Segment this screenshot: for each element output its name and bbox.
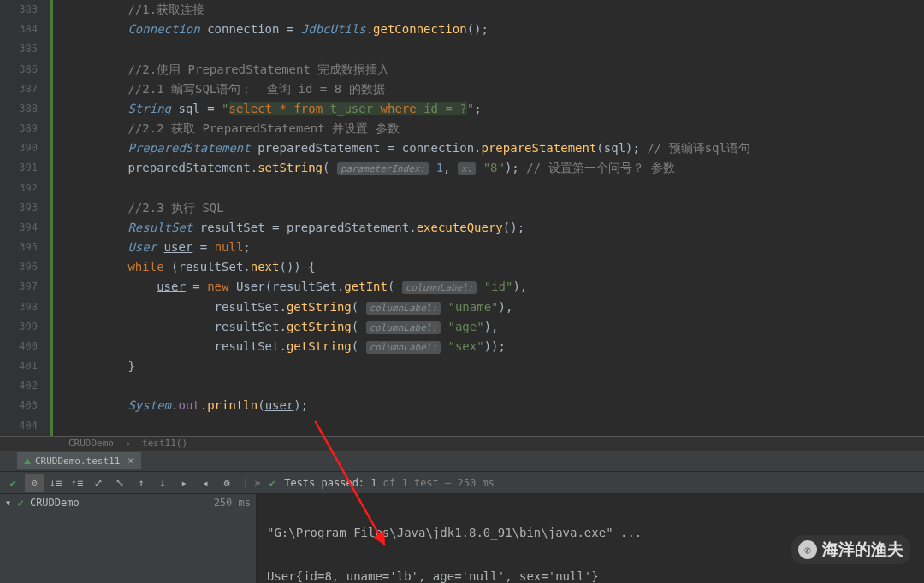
line-number: 387: [0, 80, 38, 99]
run-toolbar: ✔ ⊘ ↓≡ ↑≡ ⤢ ⤡ ↑ ↓ ▸ ◂ ⚙ | » ✔ Tests pass…: [0, 472, 924, 494]
line-number: 385: [0, 39, 38, 59]
code-line[interactable]: String sql = "select * from t_user where…: [70, 99, 924, 119]
sort-down-icon[interactable]: ↓≡: [46, 474, 65, 492]
line-number: 394: [0, 218, 38, 238]
run-tab-bar: CRUDDemo.test11 ×: [0, 450, 924, 472]
line-number: 398: [0, 297, 38, 317]
code-line[interactable]: //2.使用 PreparedStatement 完成数据插入: [70, 60, 924, 80]
line-number: 397: [0, 277, 38, 297]
run-icon: [24, 458, 31, 464]
export-icon[interactable]: ▸: [175, 474, 193, 492]
collapse-icon[interactable]: ⤡: [110, 474, 129, 492]
line-number: 401: [0, 356, 38, 376]
test-tree[interactable]: ▾ ✔ CRUDDemo 250 ms: [0, 494, 257, 583]
code-line[interactable]: //1.获取连接: [70, 0, 924, 20]
line-number: 386: [0, 60, 38, 80]
code-content[interactable]: //1.获取连接 Connection connection = JdbcUti…: [53, 0, 924, 436]
line-number: 392: [0, 179, 38, 198]
line-number: 403: [0, 396, 38, 415]
line-number: 393: [0, 198, 38, 218]
line-number: 390: [0, 138, 38, 158]
code-line[interactable]: }: [70, 356, 924, 376]
output-line: "G:\Program Files\Java\jdk1.8.0_91\bin\j…: [267, 526, 642, 539]
prev-icon[interactable]: ↑: [132, 474, 151, 492]
line-number: 391: [0, 158, 38, 178]
next-icon[interactable]: ↓: [153, 474, 172, 492]
code-editor[interactable]: 3833843853863873883893903913923933943953…: [0, 0, 924, 436]
sort-up-icon[interactable]: ↑≡: [68, 474, 86, 492]
line-number: 389: [0, 119, 38, 138]
code-line[interactable]: [70, 39, 924, 59]
tests-passed-icon: ✔: [270, 477, 275, 489]
line-number: 384: [0, 20, 38, 39]
code-line[interactable]: //2.3 执行 SQL: [70, 198, 924, 218]
line-gutter: 3833843853863873883893903913923933943953…: [0, 0, 53, 436]
code-line[interactable]: Connection connection = JdbcUtils.getCon…: [70, 20, 924, 39]
code-line[interactable]: resultSet.getString( columnLabel: "age")…: [70, 317, 924, 337]
line-number: 400: [0, 337, 38, 356]
code-line[interactable]: User user = null;: [70, 238, 924, 257]
line-number: 383: [0, 0, 38, 20]
line-number: 402: [0, 376, 38, 396]
code-line[interactable]: [70, 416, 924, 436]
watermark: ✆ 海洋的渔夫: [791, 535, 910, 564]
wechat-icon: ✆: [798, 540, 817, 559]
line-number: 396: [0, 257, 38, 277]
code-line[interactable]: [70, 376, 924, 396]
import-icon[interactable]: ◂: [196, 474, 215, 492]
code-line[interactable]: resultSet.getString( columnLabel: "sex")…: [70, 337, 924, 356]
run-panel: ▾ ✔ CRUDDemo 250 ms "G:\Program Files\Ja…: [0, 494, 924, 583]
code-line[interactable]: //2.2 获取 PreparedStatement 并设置 参数: [70, 119, 924, 138]
code-line[interactable]: user = new User(resultSet.getInt( column…: [70, 277, 924, 297]
code-line[interactable]: preparedStatement.setString( parameterIn…: [70, 158, 924, 178]
line-number: 404: [0, 416, 38, 436]
expand-icon[interactable]: ⤢: [89, 474, 108, 492]
code-line[interactable]: resultSet.getString( columnLabel: "uname…: [70, 297, 924, 317]
output-line: User{id=8, uname='lb', age='null', sex='…: [267, 569, 599, 583]
code-line[interactable]: System.out.println(user);: [70, 396, 924, 415]
code-line[interactable]: PreparedStatement preparedStatement = co…: [70, 138, 924, 158]
line-number: 399: [0, 317, 38, 337]
check-icon[interactable]: ✔: [3, 474, 22, 492]
run-tab[interactable]: CRUDDemo.test11 ×: [17, 452, 141, 469]
settings-icon[interactable]: ⚙: [217, 474, 236, 492]
close-icon[interactable]: ×: [127, 455, 133, 467]
code-line[interactable]: //2.1 编写SQL语句： 查询 id = 8 的数据: [70, 80, 924, 99]
disabled-icon[interactable]: ⊘: [25, 474, 44, 492]
line-number: 395: [0, 238, 38, 257]
code-line[interactable]: ResultSet resultSet = preparedStatement.…: [70, 218, 924, 238]
code-line[interactable]: [70, 179, 924, 198]
line-number: 388: [0, 99, 38, 119]
breadcrumb[interactable]: CRUDDemo › test11(): [0, 436, 924, 450]
code-line[interactable]: while (resultSet.next()) {: [70, 257, 924, 277]
